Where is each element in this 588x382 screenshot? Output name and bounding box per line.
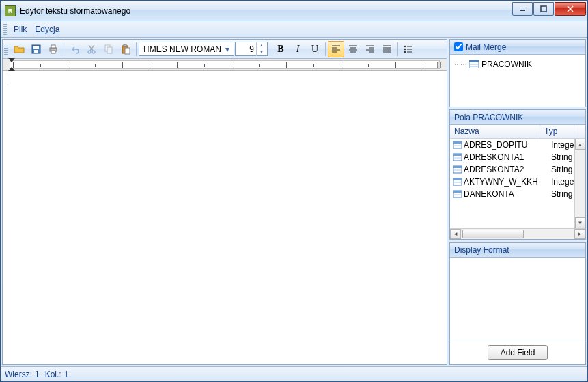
maximize-button[interactable] — [533, 2, 554, 16]
fields-grid-header: Nazwa Typ — [450, 125, 585, 139]
scroll-left-icon[interactable]: ◄ — [450, 229, 461, 239]
display-format-body — [450, 258, 585, 340]
svg-point-37 — [404, 48, 406, 49]
print-button[interactable] — [45, 41, 61, 57]
svg-point-35 — [404, 45, 406, 46]
font-size-select[interactable]: ▲ ▼ — [235, 42, 268, 56]
svg-rect-5 — [33, 46, 39, 49]
hscroll-thumb[interactable] — [462, 230, 524, 238]
scroll-up-icon[interactable]: ▲ — [575, 139, 585, 150]
toolbar: TIMES NEW ROMAN ▾ ▲ ▼ B I U — [3, 40, 447, 59]
field-row[interactable]: DANEKONTAString — [450, 188, 585, 200]
bullet-list-button[interactable] — [400, 41, 417, 57]
svg-point-12 — [88, 51, 91, 53]
editor-area[interactable] — [3, 71, 447, 364]
menubar: Plik Edycja — [1, 21, 587, 38]
svg-rect-58 — [453, 191, 462, 193]
svg-point-13 — [92, 51, 95, 53]
menu-file[interactable]: Plik — [10, 23, 31, 36]
statusbar: Wiersz: 1 Kol.: 1 — [1, 366, 587, 381]
app-icon: R — [5, 5, 16, 16]
window-title: Edytor tekstu sformatowanego — [20, 6, 512, 16]
svg-rect-8 — [51, 45, 55, 48]
close-button[interactable] — [555, 2, 586, 16]
font-size-input[interactable] — [236, 44, 256, 54]
mail-merge-header: Mail Merge — [450, 40, 585, 55]
italic-button[interactable]: I — [290, 41, 306, 57]
paste-button[interactable] — [117, 41, 134, 57]
font-size-down[interactable]: ▼ — [256, 49, 266, 56]
status-col-value: 1 — [64, 370, 69, 379]
bold-button[interactable]: B — [272, 41, 289, 57]
field-icon — [453, 152, 462, 162]
col-header-name[interactable]: Nazwa — [450, 125, 540, 138]
svg-rect-46 — [453, 141, 462, 144]
mail-merge-tree: ⋯⋯ PRACOWNIK — [450, 55, 585, 107]
svg-rect-55 — [453, 178, 462, 180]
svg-rect-52 — [453, 166, 462, 168]
font-family-value: TIMES NEW ROMAN — [142, 44, 222, 54]
tree-node-label: PRACOWNIK — [481, 59, 532, 69]
undo-button[interactable] — [66, 41, 83, 57]
copy-button[interactable] — [100, 41, 117, 57]
tree-node-pracownik[interactable]: ⋯⋯ PRACOWNIK — [454, 59, 581, 70]
col-header-scroll — [574, 125, 585, 138]
align-justify-button[interactable] — [379, 41, 395, 57]
menu-edit[interactable]: Edycja — [31, 23, 64, 36]
field-name: ADRESKONTA2 — [464, 165, 551, 174]
svg-rect-49 — [453, 154, 462, 156]
fields-hscrollbar[interactable]: ◄ ► — [450, 228, 585, 239]
underline-button[interactable]: U — [307, 41, 323, 57]
status-col-label: Kol.: — [45, 370, 61, 379]
ruler[interactable] — [3, 59, 447, 71]
svg-rect-9 — [51, 51, 55, 53]
fields-panel-title: Pola PRACOWNIK — [450, 110, 585, 125]
scroll-right-icon[interactable]: ► — [574, 229, 585, 239]
display-format-title: Display Format — [450, 243, 585, 258]
svg-rect-1 — [541, 6, 546, 12]
tree-connector: ⋯⋯ — [454, 61, 466, 68]
align-right-button[interactable] — [362, 41, 378, 57]
status-row-label: Wiersz: — [5, 370, 32, 379]
mail-merge-label: Mail Merge — [466, 42, 506, 52]
save-button[interactable] — [28, 41, 44, 57]
svg-rect-6 — [34, 50, 38, 53]
font-size-up[interactable]: ▲ — [256, 42, 266, 49]
svg-point-39 — [404, 51, 406, 52]
field-row[interactable]: AKTYWNY_W_KKHInteger — [450, 176, 585, 188]
field-name: DANEKONTA — [464, 189, 551, 199]
text-caret — [10, 75, 10, 85]
field-row[interactable]: ADRESKONTA1String — [450, 151, 585, 163]
field-name: AKTYWNY_W_KKH — [464, 177, 551, 187]
table-icon — [469, 60, 479, 68]
chevron-down-icon[interactable]: ▾ — [222, 44, 232, 54]
svg-rect-17 — [124, 44, 126, 46]
align-center-button[interactable] — [345, 41, 361, 57]
svg-rect-15 — [107, 47, 112, 53]
field-icon — [453, 189, 462, 199]
svg-rect-42 — [469, 60, 479, 62]
titlebar: R Edytor tekstu sformatowanego — [1, 1, 587, 21]
field-row[interactable]: ADRESKONTA2String — [450, 163, 585, 176]
svg-rect-18 — [125, 48, 130, 54]
field-row[interactable]: ADRES_DOPITUInteger — [450, 139, 585, 151]
field-icon — [453, 140, 462, 150]
field-name: ADRES_DOPITU — [464, 140, 551, 150]
scroll-down-icon[interactable]: ▼ — [575, 217, 585, 228]
first-line-indent-marker[interactable] — [8, 58, 15, 62]
open-button[interactable] — [11, 41, 27, 57]
field-icon — [453, 165, 462, 174]
field-name: ADRESKONTA1 — [464, 152, 551, 162]
status-row-value: 1 — [35, 370, 40, 379]
right-indent-marker[interactable] — [437, 62, 441, 68]
menubar-grip — [3, 24, 7, 35]
fields-vscrollbar[interactable]: ▲ ▼ — [574, 139, 585, 228]
col-header-type[interactable]: Typ — [540, 125, 574, 138]
toolbar-grip — [4, 44, 8, 55]
align-left-button[interactable] — [328, 41, 344, 57]
cut-button[interactable] — [83, 41, 100, 57]
mail-merge-checkbox[interactable] — [454, 42, 463, 51]
add-field-button[interactable]: Add Field — [488, 345, 548, 360]
font-family-select[interactable]: TIMES NEW ROMAN ▾ — [139, 42, 234, 56]
minimize-button[interactable] — [512, 2, 533, 16]
